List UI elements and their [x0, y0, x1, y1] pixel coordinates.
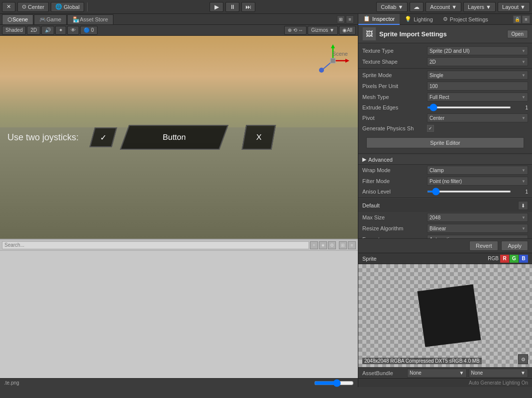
texture-shape-dropdown[interactable]: 2D ▼	[427, 57, 528, 66]
maximize-bottom-icon[interactable]: ⊞	[339, 241, 347, 249]
sprite-mode-dropdown[interactable]: Single ▼	[427, 71, 528, 80]
lighting-tab[interactable]: 💡 Lighting	[400, 14, 438, 25]
project-settings-tab[interactable]: ⚙ Project Settings	[438, 14, 493, 25]
settings-icon[interactable]: ⚙	[328, 241, 336, 249]
pixels-per-unit-row: Pixels Per Unit	[358, 81, 532, 92]
extrude-slider[interactable]	[427, 106, 511, 108]
filter-mode-value: Point (no filter) ▼	[427, 177, 528, 186]
pivot-label: Pivot	[362, 115, 427, 121]
asset-store-tab[interactable]: 🏪 Asset Store	[67, 14, 113, 24]
more-icon[interactable]: ≡	[522, 15, 530, 23]
filter-mode-dropdown[interactable]: Point (no filter) ▼	[427, 177, 528, 186]
inspector-panel: 📋 Inspector 💡 Lighting ⚙ Project Setting…	[358, 14, 532, 387]
download-icon[interactable]: ⬇	[518, 201, 528, 210]
scene-tab[interactable]: ⬡ Scene	[2, 14, 33, 24]
layout-button[interactable]: Layout ▼	[498, 2, 530, 12]
open-button[interactable]: Open	[507, 30, 528, 38]
inspector-tab[interactable]: 📋 Inspector	[358, 14, 400, 25]
scene-label: Scene	[332, 51, 348, 57]
mesh-type-dropdown[interactable]: Full Rect ▼	[427, 93, 528, 101]
mesh-type-label: Mesh Type	[362, 94, 427, 100]
x-button[interactable]: X	[242, 125, 276, 150]
effects-btn[interactable]: ✦	[55, 26, 66, 35]
apply-button[interactable]: Apply	[501, 241, 528, 251]
scene-view: Shaded 2D 🔊 ✦ 👁 🔵 0 ⊕ ⟲ ↔ Gizmos ▼ ◉All …	[0, 25, 358, 239]
sprite-preview-panel: Sprite RGB R G B 2048x2048 RGBA Compress…	[358, 253, 532, 367]
play-button[interactable]: ▶	[210, 2, 223, 12]
transform-tools[interactable]: ⊕ ⟲ ↔	[284, 26, 307, 35]
lock-icon[interactable]: 🔒	[513, 15, 521, 23]
extrude-edges-label: Extrude Edges	[362, 104, 427, 110]
extrude-slider-row: 1	[427, 105, 528, 110]
asset-bundle-dropdown1[interactable]: None ▼	[407, 369, 467, 378]
pixels-per-unit-input[interactable]	[427, 82, 528, 91]
texture-shape-label: Texture Shape	[362, 59, 427, 65]
shaded-dropdown[interactable]: Shaded	[2, 26, 26, 35]
generate-physics-label: Generate Physics Sh	[362, 125, 427, 131]
resize-algorithm-dropdown[interactable]: Bilinear ▼	[427, 224, 528, 233]
aniso-level-label: Aniso Level	[362, 189, 427, 195]
hidden-objects-btn[interactable]: 👁	[67, 26, 79, 35]
max-size-row: Max Size 2048 ▼	[358, 212, 532, 223]
transform-center-btn[interactable]: ⊙ Center	[17, 2, 49, 12]
format-dropdown[interactable]: Automatic ▼	[427, 235, 528, 238]
default-platform-row: Default ⬇	[358, 199, 532, 212]
scene-icon: ⬡	[7, 16, 12, 23]
blue-channel-btn[interactable]: B	[519, 255, 528, 263]
close-btn[interactable]: ✕	[2, 2, 15, 12]
gizmo	[316, 43, 350, 78]
preview-settings-icon[interactable]: ⚙	[518, 354, 528, 364]
bottom-content	[0, 251, 358, 378]
green-channel-btn[interactable]: G	[510, 255, 519, 263]
collab-button[interactable]: Collab ▼	[376, 2, 408, 12]
create-btn[interactable]: +	[310, 241, 318, 249]
settings-icon-tab: ⚙	[443, 16, 448, 22]
pivot-dropdown[interactable]: Center ▼	[427, 113, 528, 122]
2d-toggle[interactable]: 2D	[27, 26, 40, 35]
pause-button[interactable]: ⏸	[225, 2, 239, 12]
game-tab[interactable]: 🎮 Game	[34, 14, 67, 24]
mesh-type-row: Mesh Type Full Rect ▼	[358, 92, 532, 102]
transform-global-btn[interactable]: 🌐 Global	[51, 2, 84, 12]
main-button[interactable]: Button	[120, 125, 228, 150]
wrap-mode-dropdown[interactable]: Clamp ▼	[427, 166, 528, 175]
favorites-btn[interactable]: ★	[319, 241, 327, 249]
menu-icon[interactable]: ≡	[346, 15, 354, 23]
sprite-icon: 🖼	[362, 27, 376, 41]
texture-type-dropdown[interactable]: Sprite (2D and UI) ▼	[427, 46, 528, 55]
step-button[interactable]: ⏭	[241, 2, 255, 12]
counter-btn[interactable]: 🔵 0	[80, 26, 97, 35]
bottom-search-input[interactable]	[2, 241, 309, 249]
layers-filter[interactable]: ◉All	[339, 26, 356, 35]
sprite-mode-value: Single ▼	[427, 71, 528, 80]
account-button[interactable]: Account ▼	[426, 2, 461, 12]
extrude-edges-row: Extrude Edges 1	[358, 102, 532, 112]
inspector-body[interactable]: Texture Type Sprite (2D and UI) ▼ Textur…	[358, 43, 532, 238]
sprite-mode-label: Sprite Mode	[362, 72, 427, 78]
texture-type-row: Texture Type Sprite (2D and UI) ▼	[358, 45, 532, 56]
revert-button[interactable]: Revert	[469, 241, 498, 251]
left-panel: ⬡ Scene 🎮 Game 🏪 Asset Store ⊞ ≡ Shaded …	[0, 14, 358, 387]
audio-btn[interactable]: 🔊	[41, 26, 54, 35]
red-channel-btn[interactable]: R	[500, 255, 509, 263]
layers-button[interactable]: Layers ▼	[463, 2, 496, 12]
maximize-icon[interactable]: ⊞	[337, 15, 345, 23]
max-size-dropdown[interactable]: 2048 ▼	[427, 213, 528, 222]
texture-shape-row: Texture Shape 2D ▼	[358, 56, 532, 67]
aniso-slider[interactable]	[427, 191, 511, 193]
dropdown-arrow: ▼	[522, 49, 526, 53]
zoom-slider[interactable]	[314, 380, 354, 386]
sprite-preview-header: Sprite RGB R G B	[358, 253, 532, 264]
sprite-editor-button[interactable]: Sprite Editor	[366, 137, 524, 148]
gizmos-dropdown[interactable]: Gizmos ▼	[308, 26, 338, 35]
transform-center-icon: ⊙	[22, 3, 26, 10]
mesh-type-value: Full Rect ▼	[427, 93, 528, 101]
globe-icon: 🌐	[55, 3, 62, 10]
generate-physics-checkbox[interactable]: ✓	[427, 125, 434, 132]
dropdown-arrow8: ▼	[522, 215, 526, 220]
cloud-btn[interactable]: ☁	[410, 2, 424, 12]
asset-bundle-dropdown2[interactable]: None ▼	[469, 369, 529, 378]
separator1	[87, 2, 88, 11]
menu-bottom-icon[interactable]: ≡	[348, 241, 356, 249]
advanced-section[interactable]: ▶ Advanced	[358, 155, 532, 165]
